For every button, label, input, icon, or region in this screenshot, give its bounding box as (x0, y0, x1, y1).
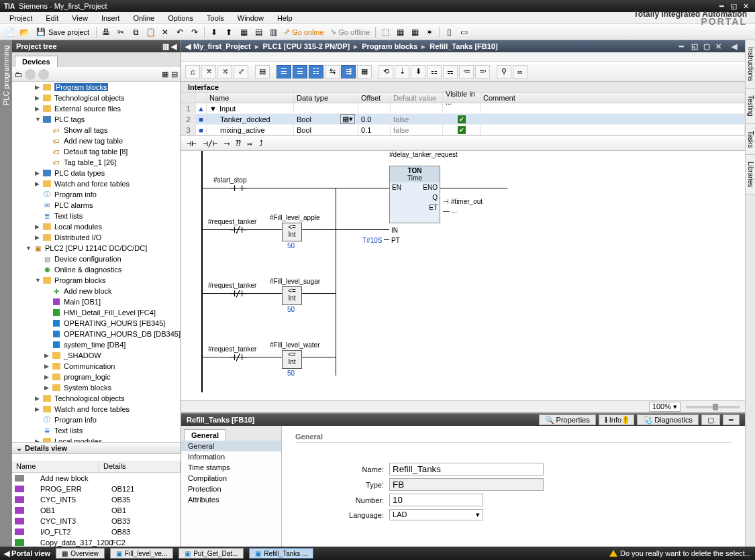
tab-testing[interactable]: Testing (746, 89, 755, 124)
tree-item[interactable]: ▶Communication (12, 361, 181, 372)
ed-btn[interactable]: ☷ (309, 65, 323, 78)
tree-item[interactable]: ▶External source files (12, 103, 181, 114)
lad-coil[interactable]: ⟶ (224, 139, 229, 148)
tree-item[interactable]: ▶Watch and force tables (12, 404, 181, 414)
interface-row[interactable]: 3■mixing_activeBool0.1false✔ (181, 125, 745, 135)
checkbox-icon[interactable]: ✔ (458, 115, 466, 123)
tool-icon-6[interactable]: ▦ (408, 25, 421, 39)
sb-tab-fill[interactable]: ▣ Fill_level_ve... (110, 548, 173, 559)
prop-name-input[interactable] (389, 463, 544, 475)
menu-project[interactable]: Project (3, 14, 39, 22)
tree-collapse-icon[interactable]: ▥ ◀ (162, 42, 177, 51)
nc-contact[interactable]: ⊣/⊢ (228, 350, 248, 363)
tree-item[interactable]: ⓘProgram info (12, 414, 181, 425)
tab-diagnostics[interactable]: 🩺Diagnostics (637, 414, 699, 425)
details-row[interactable]: Add new block (12, 473, 181, 484)
tree-item[interactable]: OPERATING_HOURS_DB [DB345] (12, 329, 181, 339)
tool-icon-7[interactable]: ✶ (423, 25, 436, 39)
ed-btn[interactable]: ☰ (293, 65, 307, 78)
tree-item[interactable]: 🏷Default tag table [8] (12, 146, 181, 157)
ed-btn[interactable]: ≕ (475, 65, 490, 78)
prop-nav-item[interactable]: Information (181, 451, 281, 462)
ed-btn[interactable]: ▦ (357, 65, 372, 78)
menu-window[interactable]: Window (231, 14, 270, 22)
ed-btn[interactable]: ▤ (255, 65, 270, 78)
nc-contact[interactable]: ⊣/⊢ (228, 223, 248, 236)
prop-number-input[interactable] (389, 494, 483, 506)
checkbox-icon[interactable]: ✔ (458, 126, 466, 134)
editor-close-icon[interactable]: ✕ (715, 42, 725, 51)
iface-col-name[interactable]: Name (207, 93, 294, 103)
go-offline-button[interactable]: ⇘ Go offline (328, 27, 372, 36)
tree-item[interactable]: 🏷Add new tag table (12, 135, 181, 146)
zoom-select[interactable]: 100% ▾ (649, 402, 681, 412)
tool-icon-2[interactable]: ▤ (252, 25, 265, 39)
ed-btn[interactable]: ⤢ (234, 65, 248, 78)
tree-item[interactable]: ▶PLC data types (12, 168, 181, 178)
undo-icon[interactable]: ↶ (173, 25, 187, 39)
details-row[interactable]: CYC_INT3OB33 (12, 516, 181, 526)
bc-item[interactable]: Refill_Tanks [FB10] (430, 42, 497, 50)
iface-col-visible[interactable]: Visible in ... (443, 93, 481, 103)
no-contact[interactable]: ⊣ ⊢ (228, 181, 248, 194)
bc-item[interactable]: PLC1 [CPU 315-2 PN/DP] (263, 42, 350, 50)
tree-item[interactable]: ▶Technological objects (12, 93, 181, 103)
ladder-canvas[interactable]: #delay_tanker_request TONTime ENENO Q ET… (181, 151, 745, 400)
tree-item[interactable]: ▶_SHADOW (12, 350, 181, 361)
details-col-details[interactable]: Details (99, 461, 181, 472)
prop-language-select[interactable]: LAD▾ (389, 509, 483, 520)
ton-block[interactable]: TONTime ENENO Q ET (389, 166, 440, 223)
ed-btn[interactable]: ⬇ (411, 65, 425, 78)
tree-item[interactable]: ≣Text lists (12, 211, 181, 221)
tab-libraries[interactable]: Libraries (746, 155, 755, 194)
delete-icon[interactable]: ✕ (158, 25, 172, 39)
bc-item[interactable]: My_first_Project (193, 42, 251, 50)
prop-type-input[interactable] (389, 478, 544, 491)
compile-icon[interactable]: ⬇ (207, 25, 221, 39)
tab-instructions[interactable]: Instructions (746, 40, 755, 89)
ed-btn[interactable]: ⤧ (201, 65, 216, 78)
tree-item[interactable]: system_time [DB4] (12, 339, 181, 350)
tree-item[interactable]: Main [OB1] (12, 296, 181, 307)
lad-box[interactable]: ⁇ (236, 139, 240, 148)
tree-item[interactable]: OPERATING_HOURS [FB345] (12, 318, 181, 329)
ed-btn[interactable]: ⚎ (443, 65, 458, 78)
tree-item[interactable]: ▶Program blocks (12, 82, 181, 93)
tree-circle-icon[interactable] (25, 69, 36, 80)
menu-edit[interactable]: Edit (39, 14, 65, 22)
details-row[interactable]: Copy_data_317_1200FC2 (12, 537, 181, 547)
lad-branch-close[interactable]: ⤴ (259, 139, 263, 148)
tree-item[interactable]: ▼PLC tags (12, 114, 181, 125)
ed-btn[interactable]: ∞ (513, 65, 527, 78)
compare-block[interactable]: <=Int (282, 350, 302, 369)
ed-btn[interactable]: ⚲ (497, 65, 511, 78)
download-icon[interactable]: ⬆ (222, 25, 236, 39)
prop-nav-item[interactable]: Protection (181, 484, 281, 494)
tree-item[interactable]: ▶Technological objects (12, 393, 181, 404)
ed-btn[interactable]: ☰ (276, 65, 291, 78)
sb-tab-refill[interactable]: ▣ Refill_Tanks ... (249, 548, 313, 559)
lad-nc-contact[interactable]: ⊣/⊢ (203, 139, 217, 148)
print-icon[interactable]: 🖶 (99, 25, 113, 39)
details-col-name[interactable]: Name (12, 461, 99, 472)
ed-btn[interactable]: ⇆ (325, 65, 340, 78)
tree-view-icon-2[interactable]: ▤ (171, 70, 178, 78)
details-row[interactable]: I/O_FLT2OB83 (12, 526, 181, 537)
tree-view-icon[interactable]: ▦ (162, 70, 168, 78)
tool-icon[interactable]: ▦ (237, 25, 250, 39)
portal-view-button[interactable]: ◀ Portal view (4, 549, 50, 558)
editor-fwd-icon[interactable]: ◀ (732, 42, 741, 51)
ed-btn[interactable]: ≔ (459, 65, 474, 78)
cut-icon[interactable]: ✂ (114, 25, 128, 39)
tree-item[interactable]: ▼Program blocks (12, 275, 181, 286)
ed-btn[interactable]: ⇣ (395, 65, 409, 78)
redo-icon[interactable]: ↷ (188, 25, 201, 39)
menu-insert[interactable]: Insert (95, 14, 127, 22)
tree-item[interactable]: ▶Distributed I/O (12, 232, 181, 243)
iface-col-default[interactable]: Default value (391, 93, 443, 103)
details-body[interactable]: Add new blockPROG_ERROB121CYC_INT5OB35OB… (12, 473, 181, 547)
split-v-icon[interactable]: ▭ (457, 25, 470, 39)
menu-view[interactable]: View (65, 14, 95, 22)
tree-item[interactable]: ▶System blocks (12, 382, 181, 393)
tree-item[interactable]: ▶Watch and force tables (12, 178, 181, 189)
